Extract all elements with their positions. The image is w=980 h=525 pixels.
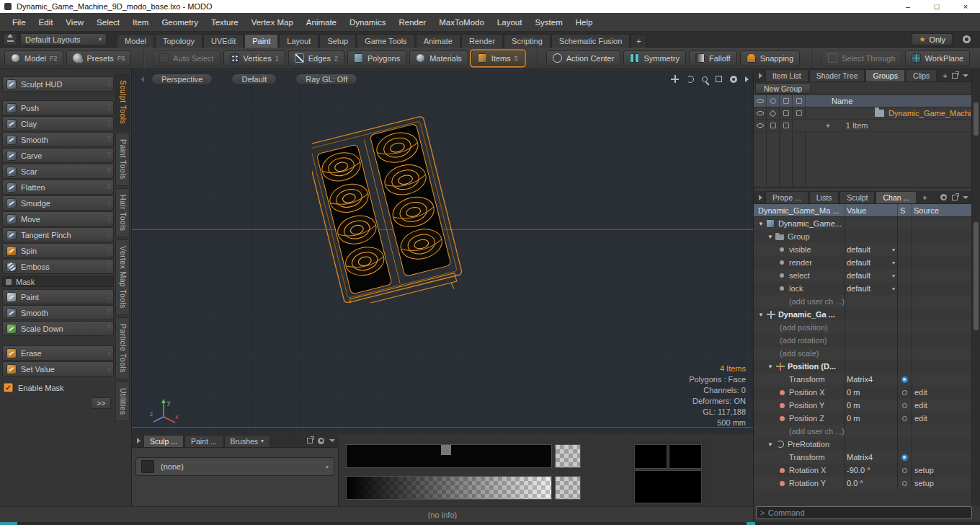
toggle-column-header[interactable] (780, 95, 793, 107)
setup-header[interactable]: S (900, 206, 905, 215)
expand-panel-icon[interactable] (952, 195, 958, 200)
viewport-settings-icon[interactable] (730, 76, 737, 83)
groups-panel-tab[interactable]: Groups (865, 69, 904, 81)
channel-row[interactable]: (add position) (754, 321, 972, 334)
toolbar-button[interactable]: Auto Select (153, 50, 220, 66)
group-toggle[interactable] (780, 120, 793, 131)
mask-value-button[interactable]: Erase (2, 345, 114, 361)
channel-row[interactable]: (add user ch ...) (754, 425, 972, 438)
channel-state-cell[interactable] (899, 468, 910, 473)
channel-state-cell[interactable] (899, 454, 910, 461)
channels-panel-tab[interactable]: Chan ... (876, 191, 917, 203)
pan-icon[interactable] (671, 75, 679, 83)
brush-panel-tab[interactable]: Paint ... (184, 435, 223, 447)
layout-tab[interactable]: Render (461, 34, 503, 48)
channel-row[interactable]: (add rotation) (754, 334, 972, 347)
layout-settings-button[interactable] (957, 35, 976, 43)
projection-select[interactable]: Perspective (151, 74, 213, 85)
sculpt-tool-button[interactable]: Spin (2, 243, 114, 258)
expander-icon[interactable]: ▼ (758, 312, 764, 318)
layout-tab[interactable]: Game Tools (357, 34, 415, 48)
menu-item[interactable]: Vertex Map (245, 13, 300, 32)
expand-plus-icon[interactable]: + (826, 122, 830, 130)
toolbar-button[interactable]: Snapping (740, 50, 801, 66)
channel-row[interactable]: Position X 0 m edit (754, 386, 972, 399)
groups-panel-tab[interactable]: Shader Tree (809, 69, 865, 81)
layout-tab[interactable]: Scripting (504, 34, 551, 48)
new-group-button[interactable]: New Group (755, 83, 811, 94)
channel-value[interactable]: default▾ (847, 271, 897, 280)
toolbar-button[interactable]: Symmetry (623, 50, 686, 66)
channel-value[interactable]: -90.0 ° (847, 466, 897, 475)
toolbar-button[interactable]: Model F2 (4, 50, 63, 66)
group-toggle[interactable] (780, 107, 793, 119)
maximize-viewport-icon[interactable] (716, 76, 722, 82)
shading-select[interactable]: Default (231, 74, 277, 85)
close-button[interactable]: × (951, 0, 980, 13)
channel-row[interactable]: ▼ Position (D... (754, 360, 972, 373)
group-name[interactable]: Dynamic_Game_Machine_ ... (888, 109, 971, 118)
alpha-checker-swatch[interactable] (555, 476, 581, 500)
layout-tab[interactable]: Schematic Fusion (551, 34, 630, 48)
zoom-icon[interactable] (702, 76, 708, 82)
panel-corner-icon[interactable] (137, 438, 141, 444)
channel-row[interactable]: (add scale) (754, 347, 972, 360)
mask-section-header[interactable]: Mask (2, 276, 114, 287)
channel-row[interactable]: ▼ Dynamic_Game... (754, 217, 972, 230)
channel-row[interactable]: select default▾ (754, 269, 972, 282)
layout-tab[interactable]: UVEdit (203, 34, 244, 48)
group-subrow[interactable]: + 1 Item (754, 120, 972, 132)
toolbar-button[interactable]: Items 5 (471, 50, 525, 66)
layout-tab[interactable]: Paint (244, 34, 278, 48)
panel-menu-icon[interactable] (963, 74, 968, 77)
channel-row[interactable]: visible default▾ (754, 243, 972, 256)
brush-panel-tab[interactable]: Brushes▾ (224, 435, 271, 447)
texture-swatch[interactable] (669, 444, 702, 469)
channel-value[interactable]: 0.0 ° (847, 479, 897, 488)
expand-panel-icon[interactable] (307, 438, 313, 444)
add-tab-button[interactable]: + (940, 71, 950, 80)
groups-panel-tab[interactable]: Clips (906, 69, 937, 81)
toolbar-button[interactable]: Action Center (546, 50, 621, 66)
channel-row[interactable]: Position Y 0 m edit (754, 399, 972, 412)
sculpt-hud-button[interactable]: Sculpt HUD (2, 76, 114, 92)
channel-value[interactable]: default▾ (847, 245, 897, 254)
tool-category-tab[interactable]: Paint Tools (115, 133, 130, 186)
render-column-header[interactable] (767, 95, 780, 107)
panel-arrow-icon[interactable] (745, 76, 749, 82)
menu-item[interactable]: File (6, 13, 32, 32)
layout-tab[interactable]: + (631, 34, 646, 48)
channel-value[interactable]: default▾ (847, 284, 897, 293)
gradient-strip-bottom[interactable] (346, 476, 552, 500)
mask-tool-button[interactable]: Scale Down (2, 321, 114, 336)
menu-item[interactable]: Item (126, 13, 155, 32)
maximize-button[interactable]: □ (922, 0, 951, 13)
toolbar-button[interactable]: WorkPlane (905, 50, 971, 66)
render-toggle[interactable] (767, 107, 780, 119)
channel-state-cell[interactable] (899, 481, 910, 486)
channel-state-cell[interactable] (899, 403, 910, 408)
channel-row[interactable]: ▼ Dynamic_Ga ... (754, 308, 972, 321)
panel-corner-icon[interactable] (759, 195, 762, 200)
expander-icon[interactable]: ▼ (758, 221, 764, 227)
channel-value[interactable]: Matrix4 (847, 453, 897, 462)
sculpt-tool-button[interactable]: Flatten (2, 180, 114, 195)
channel-value[interactable]: 0 m (847, 414, 897, 423)
group-row[interactable]: Dynamic_Game_Machine_ ... (754, 107, 972, 120)
layout-tab[interactable]: Model (117, 34, 154, 48)
toolbar-button[interactable]: Select Through (821, 50, 901, 66)
panel-menu-icon[interactable] (963, 196, 968, 199)
channel-row[interactable]: Transform Matrix4 (754, 451, 972, 464)
sculpt-tool-button[interactable]: Push (2, 100, 114, 115)
channel-row[interactable]: Rotation X -90.0 ° setup (754, 464, 972, 477)
enable-mask-checkbox[interactable]: ✓ (4, 383, 13, 392)
minimize-button[interactable]: – (894, 0, 922, 13)
panel-corner-icon[interactable] (759, 73, 762, 79)
menu-item[interactable]: Render (392, 13, 432, 32)
menu-item[interactable]: Texture (205, 13, 245, 32)
only-button[interactable]: ★ Only (912, 33, 953, 45)
group-toggle[interactable] (767, 120, 780, 131)
layouts-button[interactable] (3, 33, 17, 45)
channels-panel-tab[interactable]: Lists (809, 191, 839, 203)
viewport-handle-icon[interactable] (141, 76, 144, 82)
